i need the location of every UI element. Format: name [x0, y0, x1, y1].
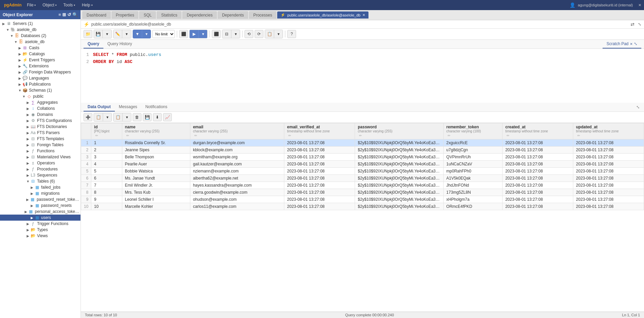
results-save[interactable]: 💾 [143, 113, 152, 121]
sidebar-icon-refresh[interactable]: ↺ [67, 12, 71, 17]
sidebar-item-languages[interactable]: ▶ 💬 Languages [0, 75, 80, 81]
table-row[interactable]: 2 2 Jeanne Sipes kblock@example.com 2023… [81, 147, 644, 154]
toolbar-clipboard-dropdown[interactable]: ▾ [274, 30, 283, 38]
sidebar-icon-grid[interactable]: ⊞ [62, 12, 66, 17]
toolbar-save-dropdown[interactable]: ▾ [103, 30, 111, 38]
sidebar-item-operators[interactable]: ▶ ± Operators [0, 160, 80, 166]
window-close-button[interactable]: ✕ [638, 3, 641, 7]
tab-properties[interactable]: Properties [111, 11, 139, 19]
sidebar-item-schemas[interactable]: ▼ 📦 Schemas (1) [0, 87, 80, 93]
sidebar-item-materialized_views[interactable]: ▶ ⊟ Materialized Views [0, 154, 80, 160]
toolbar-data-2[interactable]: ▾ [231, 30, 240, 38]
sidebar-item-databases[interactable]: ▼ 🗄 Databases (2) [0, 33, 80, 39]
sidebar-item-sequences[interactable]: ▶ L3 Sequences [0, 172, 80, 178]
path-maximize-icon[interactable]: ⤡ [638, 22, 641, 27]
results-chart[interactable]: 📈 [163, 113, 172, 121]
sidebar-item-event_triggers[interactable]: ▶ ⚡ Event Triggers [0, 57, 80, 63]
sidebar-item-fts_parsers[interactable]: ▶ Aa FTS Parsers [0, 130, 80, 136]
sidebar-item-trigger_functions[interactable]: ▶ ƒ Trigger Functions [0, 221, 80, 227]
tools-menu[interactable]: Tools ▾ [61, 2, 78, 8]
tab-processes[interactable]: Processes [249, 11, 277, 19]
sql-editor[interactable]: 1 SELECT * FROM public.users 2 ORDER BY [81, 49, 644, 103]
sidebar-item-users[interactable]: ▶ ▦ users [0, 215, 80, 221]
tab-messages[interactable]: Messages [115, 103, 141, 112]
results-maximize-icon[interactable]: ⤡ [635, 103, 641, 111]
sidebar-item-extensions[interactable]: ▶ 🔧 Extensions [0, 63, 80, 69]
sidebar-item-casts[interactable]: ▶ ⊞ Casts [0, 45, 80, 51]
toolbar-data-1[interactable]: ⊟ [222, 30, 231, 38]
table-row[interactable]: 8 8 Mrs. Tess Kub cierra.goodwin@example… [81, 189, 644, 196]
table-row[interactable]: 7 7 Emil Windler Jr. hayes.kassandra@exa… [81, 182, 644, 189]
sidebar-item-catalogs[interactable]: ▶ 📂 Catalogs [0, 51, 80, 57]
sidebar-item-migrations[interactable]: ▶ ▦ migrations [0, 190, 80, 196]
toolbar-open-file[interactable]: 📁 [84, 30, 92, 38]
table-row[interactable]: 3 3 Belle Thompson wsmitham@example.org … [81, 154, 644, 161]
toolbar-explain-analyze[interactable]: ⟳ [255, 30, 263, 38]
sidebar-item-foreign_tables[interactable]: ▶ ⊟ Foreign Tables [0, 142, 80, 148]
sidebar-search-icon[interactable]: 🔍 [72, 12, 78, 17]
tab-query[interactable]: Query [84, 40, 103, 49]
sidebar-item-aselole_db_server[interactable]: ▼ 🐘 aselole_db [0, 27, 80, 33]
toolbar-run-dropdown[interactable]: ▾ [198, 30, 207, 38]
tab-scratch-pad[interactable]: Scratch Pad ✕ ⤡ [603, 40, 641, 49]
sidebar-item-personal_access_tokens[interactable]: ▶ ▦ personal_access_toke… [0, 209, 80, 215]
toolbar-edit-dropdown[interactable]: ▾ [122, 30, 131, 38]
results-delete-row[interactable]: 🗑 [133, 113, 141, 121]
path-action-icon[interactable]: ⇄ [631, 22, 635, 27]
query-tab[interactable]: ⚡ public.users/aselole_db/aselole@aselol… [277, 11, 368, 19]
scratch-pad-maximize[interactable]: ⤡ [634, 41, 637, 46]
toolbar-stop[interactable]: ⬛ [179, 30, 188, 38]
toolbar-clipboard[interactable]: 📋 [265, 30, 274, 38]
sidebar-item-procedures[interactable]: ▶ ƒ Procedures [0, 166, 80, 172]
sidebar-item-fts_dictionaries[interactable]: ▶ 📖 FTS Dictionaries [0, 124, 80, 130]
results-add-row[interactable]: ➕ [84, 113, 92, 121]
table-row[interactable]: 6 6 Ms. Janae Yundt albertha62@example.n… [81, 175, 644, 182]
file-menu[interactable]: File ▾ [24, 2, 38, 8]
sidebar-item-public[interactable]: ▼ ◇ public [0, 93, 80, 99]
results-copy[interactable]: 📋 [94, 113, 103, 121]
sidebar-item-failed_jobs[interactable]: ▶ ▦ failed_jobs [0, 184, 80, 190]
sidebar-item-types[interactable]: ▶ 📂 Types [0, 227, 80, 233]
results-copy-dropdown[interactable]: ▾ [103, 113, 111, 121]
table-row[interactable]: 10 10 Marcelle Kohler carlos11@example.c… [81, 203, 644, 210]
sidebar-item-domains[interactable]: ▶ ◉ Domains [0, 112, 80, 118]
sidebar-item-fts_configurations[interactable]: ▶ ⚙ FTS Configurations [0, 118, 80, 124]
results-paste[interactable]: 📋 [114, 113, 122, 121]
toolbar-explain[interactable]: ⟲ [245, 30, 253, 38]
results-paste-dropdown[interactable]: ▾ [122, 113, 131, 121]
toolbar-commit[interactable]: ⬛ [212, 30, 221, 38]
sidebar-icon-list[interactable]: ≡ [58, 12, 61, 17]
toolbar-help[interactable]: ? [287, 30, 296, 38]
table-row[interactable]: 5 5 Bobbie Watsica nziemann@example.com … [81, 168, 644, 175]
tab-data-output[interactable]: Data Output [84, 103, 115, 112]
sidebar-item-fts_templates[interactable]: ▶ ⊟ FTS Templates [0, 136, 80, 142]
sidebar-item-publications[interactable]: ▶ 📢 Publications [0, 81, 80, 87]
table-row[interactable]: 9 9 Leonel Schiller I ohudson@example.co… [81, 196, 644, 203]
toolbar-filter-dropdown[interactable]: ▾ [142, 30, 151, 38]
query-tab-close[interactable]: ✕ [362, 13, 365, 17]
object-menu[interactable]: Object ▾ [40, 2, 59, 8]
sidebar-item-password_reset_tokens[interactable]: ▶ ▦ password_reset_toke… [0, 196, 80, 202]
toolbar-edit[interactable]: ✏️ [114, 30, 122, 38]
tab-query-history[interactable]: Query History [103, 40, 136, 49]
results-download[interactable]: ⬇ [153, 113, 162, 121]
toolbar-run[interactable]: ▶ [190, 30, 198, 38]
tab-statistics[interactable]: Statistics [157, 11, 182, 19]
table-row[interactable]: 1 1 Rosalinda Connelly Sr. durgan.bryce@… [81, 139, 644, 147]
tab-sql[interactable]: SQL [139, 11, 156, 19]
scratch-pad-close[interactable]: ✕ [630, 42, 633, 46]
sidebar-item-foreign_data_wrappers[interactable]: ▶ 🔗 Foreign Data Wrappers [0, 69, 80, 75]
sidebar-item-aggregates[interactable]: ▶ ∑ Aggregates [0, 99, 80, 105]
toolbar-save[interactable]: 💾 [94, 30, 103, 38]
tab-dependencies[interactable]: Dependencies [182, 11, 217, 19]
sidebar-item-collations[interactable]: ▶ ↕ Collations [0, 105, 80, 112]
toolbar-filter[interactable]: ▼ [133, 30, 142, 38]
help-menu[interactable]: Help ▾ [79, 2, 95, 8]
sidebar-item-password_resets[interactable]: ▶ ▦ password_resets [0, 202, 80, 209]
sidebar-item-views[interactable]: ▶ 📂 Views [0, 233, 80, 239]
data-table-container[interactable]: id [PK] bigint ✏ name character varying … [81, 123, 644, 312]
sidebar-item-aselole_db[interactable]: ▼ 🗄 aselole_db [0, 39, 80, 45]
limit-select[interactable]: No limit 100 500 1000 [152, 30, 175, 38]
tab-dependents[interactable]: Dependents [218, 11, 248, 19]
sidebar-item-tables[interactable]: ▼ ⊟ Tables (6) [0, 178, 80, 184]
